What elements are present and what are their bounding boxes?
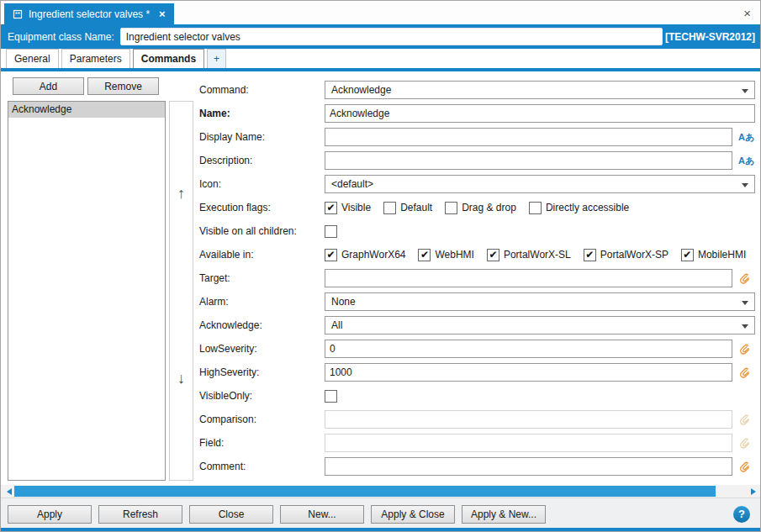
tab-add[interactable]: +	[207, 49, 226, 68]
equipment-class-bar: Equipment class Name: [TECHW-SVR2012]	[1, 24, 761, 49]
alarm-select[interactable]: None	[325, 292, 755, 311]
paperclip-icon[interactable]	[738, 272, 751, 285]
display-name-input[interactable]	[325, 128, 732, 146]
icon-select[interactable]: <default>	[325, 175, 755, 193]
form-row-name: Name:	[199, 102, 755, 125]
checkbox-icon[interactable]	[529, 202, 542, 214]
dropdown-arrow-icon	[742, 183, 748, 191]
command-list[interactable]: Acknowledge	[8, 101, 166, 481]
checkbox-icon[interactable]	[681, 249, 694, 261]
checkbox-icon[interactable]	[325, 249, 337, 261]
comment-input[interactable]	[325, 457, 732, 476]
localization-icon[interactable]: Aあ	[738, 131, 754, 144]
paperclip-icon[interactable]	[738, 366, 751, 379]
acknowledge-select-value: All	[331, 319, 342, 331]
display-name-label: Display Name:	[199, 131, 325, 143]
checkbox-graphworx64[interactable]: GraphWorX64	[325, 249, 405, 261]
tab-parameters[interactable]: Parameters	[61, 49, 130, 68]
checkbox-icon[interactable]	[418, 249, 431, 261]
checkbox-directly-accessible[interactable]: Directly accessible	[529, 202, 629, 214]
scrollbar-track[interactable]	[14, 485, 748, 498]
form-row-target: Target:	[199, 266, 755, 290]
checkbox-label: Visible	[341, 202, 371, 213]
alarm-label: Alarm:	[199, 296, 325, 308]
paperclip-icon[interactable]	[738, 343, 751, 356]
checkbox-label: PortalWorX-SP	[600, 249, 669, 261]
high-severity-input[interactable]	[325, 363, 732, 382]
tab-strip: General Parameters Commands +	[6, 49, 226, 68]
form-row-comparison: Comparison:	[199, 408, 755, 431]
tab-commands[interactable]: Commands	[133, 49, 204, 68]
field-label: Field:	[199, 437, 325, 449]
window-close-icon[interactable]: ×	[743, 7, 751, 19]
tab-accent-bar	[1, 68, 761, 71]
visible-only-checkbox[interactable]	[325, 390, 337, 403]
checkbox-drag-drop[interactable]: Drag & drop	[445, 202, 516, 214]
acknowledge-label: Acknowledge:	[199, 319, 325, 331]
add-button[interactable]: Add	[13, 77, 84, 95]
form-row-high-severity: HighSeverity:	[199, 361, 755, 384]
new-button[interactable]: New...	[280, 505, 364, 524]
form-row-comment: Comment:	[199, 455, 755, 478]
horizontal-scrollbar[interactable]	[1, 485, 761, 498]
scroll-left-icon	[3, 488, 12, 495]
document-tab-title: Ingredient selector valves *	[29, 8, 150, 20]
dropdown-arrow-icon	[742, 324, 748, 332]
scrollbar-thumb[interactable]	[14, 486, 716, 497]
list-item-acknowledge[interactable]: Acknowledge	[8, 102, 165, 118]
localization-icon[interactable]: Aあ	[738, 155, 754, 167]
checkbox-portalworx-sp[interactable]: PortalWorX-SP	[584, 249, 669, 261]
apply-button[interactable]: Apply	[8, 505, 92, 524]
available-in-label: Available in:	[199, 249, 325, 261]
equipment-class-icon	[13, 9, 23, 19]
name-input[interactable]	[325, 104, 755, 123]
remove-button[interactable]: Remove	[87, 77, 159, 95]
checkbox-portalworx-sl[interactable]: PortalWorX-SL	[487, 249, 571, 261]
move-down-button[interactable]: ↓	[170, 367, 193, 389]
low-severity-input[interactable]	[325, 340, 732, 358]
scroll-left-button[interactable]	[1, 485, 14, 498]
apply-new-button[interactable]: Apply & New...	[462, 505, 546, 524]
checkbox-icon[interactable]	[487, 249, 499, 261]
apply-close-button[interactable]: Apply & Close	[371, 505, 455, 524]
refresh-button[interactable]: Refresh	[98, 505, 182, 524]
checkbox-visible[interactable]: Visible	[325, 202, 371, 214]
move-up-button[interactable]: ↑	[170, 182, 193, 204]
close-button[interactable]: Close	[189, 505, 273, 524]
scroll-right-icon	[751, 488, 759, 495]
checkbox-icon[interactable]	[325, 202, 337, 214]
checkbox-icon[interactable]	[445, 202, 457, 214]
form-row-description: Description: Aあ	[199, 149, 755, 172]
checkbox-default[interactable]: Default	[383, 202, 432, 214]
equipment-class-editor-window: Ingredient selector valves * × × Equipme…	[0, 0, 761, 532]
form-row-field: Field:	[199, 431, 755, 455]
comparison-label: Comparison:	[199, 413, 325, 425]
description-input[interactable]	[325, 151, 732, 170]
help-button[interactable]: ?	[733, 506, 750, 523]
acknowledge-select[interactable]: All	[325, 316, 755, 334]
checkbox-icon[interactable]	[383, 202, 396, 214]
checkbox-icon[interactable]	[584, 249, 596, 261]
form-row-low-severity: LowSeverity:	[199, 337, 755, 361]
form-row-alarm: Alarm: None	[199, 290, 755, 313]
document-tab[interactable]: Ingredient selector valves * ×	[4, 3, 174, 24]
equipment-class-name-input[interactable]	[120, 28, 663, 45]
scroll-right-button[interactable]	[748, 485, 761, 498]
tab-general[interactable]: General	[6, 49, 59, 68]
paperclip-icon[interactable]	[738, 461, 751, 473]
form-row-acknowledge: Acknowledge: All	[199, 313, 755, 337]
visible-on-all-children-label: Visible on all children:	[199, 225, 325, 237]
target-label: Target:	[199, 272, 325, 284]
high-severity-label: HighSeverity:	[199, 366, 325, 378]
document-close-icon[interactable]: ×	[159, 8, 166, 20]
form-row-execution-flags: Execution flags: Visible Default Drag & …	[199, 196, 755, 219]
target-input[interactable]	[325, 269, 732, 287]
command-select[interactable]: Acknowledge	[325, 81, 755, 99]
dropdown-arrow-icon	[742, 301, 748, 308]
visible-on-all-children-checkbox[interactable]	[325, 225, 337, 238]
checkbox-mobilehmi[interactable]: MobileHMI	[681, 249, 746, 261]
form-row-display-name: Display Name: Aあ	[199, 125, 755, 149]
checkbox-webhmi[interactable]: WebHMI	[418, 249, 473, 261]
checkbox-label: PortalWorX-SL	[504, 249, 571, 261]
execution-flags-label: Execution flags:	[199, 202, 325, 213]
